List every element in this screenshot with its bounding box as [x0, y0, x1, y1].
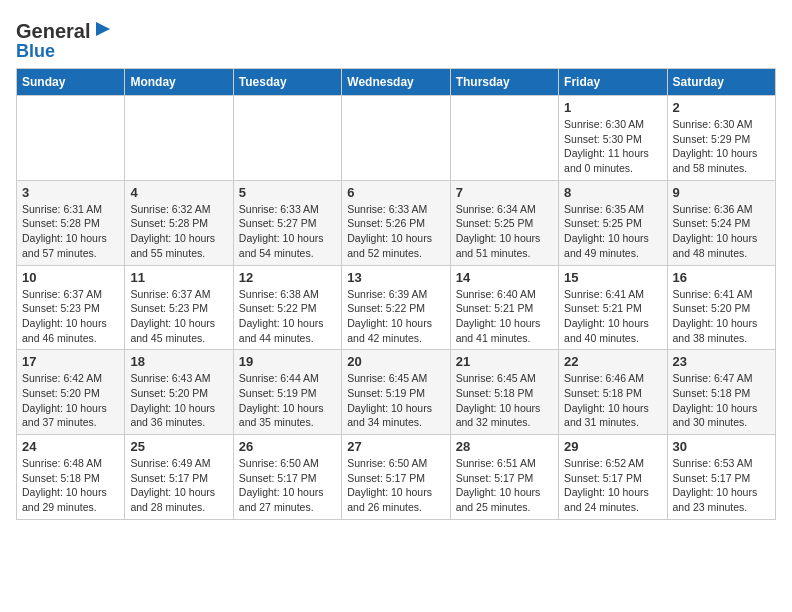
calendar-cell: 25Sunrise: 6:49 AM Sunset: 5:17 PM Dayli…	[125, 435, 233, 520]
day-number: 13	[347, 270, 444, 285]
weekday-header-sunday: Sunday	[17, 69, 125, 96]
weekday-header-row: SundayMondayTuesdayWednesdayThursdayFrid…	[17, 69, 776, 96]
calendar-cell: 8Sunrise: 6:35 AM Sunset: 5:25 PM Daylig…	[559, 180, 667, 265]
day-number: 27	[347, 439, 444, 454]
weekday-header-wednesday: Wednesday	[342, 69, 450, 96]
calendar-cell: 28Sunrise: 6:51 AM Sunset: 5:17 PM Dayli…	[450, 435, 558, 520]
calendar-cell	[342, 96, 450, 181]
day-info: Sunrise: 6:41 AM Sunset: 5:20 PM Dayligh…	[673, 287, 770, 346]
day-info: Sunrise: 6:35 AM Sunset: 5:25 PM Dayligh…	[564, 202, 661, 261]
calendar-cell: 24Sunrise: 6:48 AM Sunset: 5:18 PM Dayli…	[17, 435, 125, 520]
calendar-cell: 23Sunrise: 6:47 AM Sunset: 5:18 PM Dayli…	[667, 350, 775, 435]
day-info: Sunrise: 6:49 AM Sunset: 5:17 PM Dayligh…	[130, 456, 227, 515]
day-info: Sunrise: 6:33 AM Sunset: 5:26 PM Dayligh…	[347, 202, 444, 261]
calendar-cell: 17Sunrise: 6:42 AM Sunset: 5:20 PM Dayli…	[17, 350, 125, 435]
svg-marker-0	[96, 22, 110, 36]
calendar-week-row: 10Sunrise: 6:37 AM Sunset: 5:23 PM Dayli…	[17, 265, 776, 350]
calendar-cell: 5Sunrise: 6:33 AM Sunset: 5:27 PM Daylig…	[233, 180, 341, 265]
day-number: 7	[456, 185, 553, 200]
day-info: Sunrise: 6:37 AM Sunset: 5:23 PM Dayligh…	[130, 287, 227, 346]
logo-general: General	[16, 20, 90, 42]
calendar-cell: 9Sunrise: 6:36 AM Sunset: 5:24 PM Daylig…	[667, 180, 775, 265]
day-number: 30	[673, 439, 770, 454]
day-number: 19	[239, 354, 336, 369]
logo-blue: Blue	[16, 42, 55, 60]
day-info: Sunrise: 6:48 AM Sunset: 5:18 PM Dayligh…	[22, 456, 119, 515]
calendar-cell	[233, 96, 341, 181]
day-number: 4	[130, 185, 227, 200]
day-number: 2	[673, 100, 770, 115]
calendar-cell: 18Sunrise: 6:43 AM Sunset: 5:20 PM Dayli…	[125, 350, 233, 435]
day-number: 15	[564, 270, 661, 285]
day-info: Sunrise: 6:39 AM Sunset: 5:22 PM Dayligh…	[347, 287, 444, 346]
weekday-header-friday: Friday	[559, 69, 667, 96]
logo: General Blue	[16, 20, 114, 60]
calendar-cell: 4Sunrise: 6:32 AM Sunset: 5:28 PM Daylig…	[125, 180, 233, 265]
day-number: 12	[239, 270, 336, 285]
day-info: Sunrise: 6:33 AM Sunset: 5:27 PM Dayligh…	[239, 202, 336, 261]
day-number: 10	[22, 270, 119, 285]
calendar-cell: 20Sunrise: 6:45 AM Sunset: 5:19 PM Dayli…	[342, 350, 450, 435]
day-number: 28	[456, 439, 553, 454]
calendar-cell	[17, 96, 125, 181]
day-info: Sunrise: 6:30 AM Sunset: 5:30 PM Dayligh…	[564, 117, 661, 176]
day-number: 1	[564, 100, 661, 115]
calendar-cell: 15Sunrise: 6:41 AM Sunset: 5:21 PM Dayli…	[559, 265, 667, 350]
day-info: Sunrise: 6:46 AM Sunset: 5:18 PM Dayligh…	[564, 371, 661, 430]
day-number: 18	[130, 354, 227, 369]
day-number: 17	[22, 354, 119, 369]
day-number: 9	[673, 185, 770, 200]
day-info: Sunrise: 6:44 AM Sunset: 5:19 PM Dayligh…	[239, 371, 336, 430]
calendar-cell: 11Sunrise: 6:37 AM Sunset: 5:23 PM Dayli…	[125, 265, 233, 350]
day-info: Sunrise: 6:34 AM Sunset: 5:25 PM Dayligh…	[456, 202, 553, 261]
calendar-cell: 7Sunrise: 6:34 AM Sunset: 5:25 PM Daylig…	[450, 180, 558, 265]
day-info: Sunrise: 6:45 AM Sunset: 5:18 PM Dayligh…	[456, 371, 553, 430]
weekday-header-tuesday: Tuesday	[233, 69, 341, 96]
calendar-cell: 12Sunrise: 6:38 AM Sunset: 5:22 PM Dayli…	[233, 265, 341, 350]
calendar-cell	[450, 96, 558, 181]
day-number: 25	[130, 439, 227, 454]
calendar-cell: 6Sunrise: 6:33 AM Sunset: 5:26 PM Daylig…	[342, 180, 450, 265]
calendar-cell: 14Sunrise: 6:40 AM Sunset: 5:21 PM Dayli…	[450, 265, 558, 350]
day-info: Sunrise: 6:32 AM Sunset: 5:28 PM Dayligh…	[130, 202, 227, 261]
day-number: 11	[130, 270, 227, 285]
day-info: Sunrise: 6:36 AM Sunset: 5:24 PM Dayligh…	[673, 202, 770, 261]
day-number: 14	[456, 270, 553, 285]
calendar-cell: 21Sunrise: 6:45 AM Sunset: 5:18 PM Dayli…	[450, 350, 558, 435]
calendar-cell: 29Sunrise: 6:52 AM Sunset: 5:17 PM Dayli…	[559, 435, 667, 520]
calendar-cell: 1Sunrise: 6:30 AM Sunset: 5:30 PM Daylig…	[559, 96, 667, 181]
calendar-cell: 13Sunrise: 6:39 AM Sunset: 5:22 PM Dayli…	[342, 265, 450, 350]
calendar-cell: 26Sunrise: 6:50 AM Sunset: 5:17 PM Dayli…	[233, 435, 341, 520]
day-info: Sunrise: 6:30 AM Sunset: 5:29 PM Dayligh…	[673, 117, 770, 176]
day-info: Sunrise: 6:40 AM Sunset: 5:21 PM Dayligh…	[456, 287, 553, 346]
day-info: Sunrise: 6:31 AM Sunset: 5:28 PM Dayligh…	[22, 202, 119, 261]
calendar-table: SundayMondayTuesdayWednesdayThursdayFrid…	[16, 68, 776, 520]
day-info: Sunrise: 6:51 AM Sunset: 5:17 PM Dayligh…	[456, 456, 553, 515]
calendar-week-row: 3Sunrise: 6:31 AM Sunset: 5:28 PM Daylig…	[17, 180, 776, 265]
day-number: 6	[347, 185, 444, 200]
calendar-week-row: 1Sunrise: 6:30 AM Sunset: 5:30 PM Daylig…	[17, 96, 776, 181]
day-info: Sunrise: 6:50 AM Sunset: 5:17 PM Dayligh…	[239, 456, 336, 515]
day-info: Sunrise: 6:42 AM Sunset: 5:20 PM Dayligh…	[22, 371, 119, 430]
day-number: 22	[564, 354, 661, 369]
day-info: Sunrise: 6:37 AM Sunset: 5:23 PM Dayligh…	[22, 287, 119, 346]
day-number: 8	[564, 185, 661, 200]
day-info: Sunrise: 6:43 AM Sunset: 5:20 PM Dayligh…	[130, 371, 227, 430]
day-info: Sunrise: 6:52 AM Sunset: 5:17 PM Dayligh…	[564, 456, 661, 515]
day-number: 3	[22, 185, 119, 200]
logo-arrow-icon	[92, 18, 114, 40]
day-number: 26	[239, 439, 336, 454]
day-number: 16	[673, 270, 770, 285]
weekday-header-monday: Monday	[125, 69, 233, 96]
day-number: 24	[22, 439, 119, 454]
calendar-week-row: 17Sunrise: 6:42 AM Sunset: 5:20 PM Dayli…	[17, 350, 776, 435]
day-number: 23	[673, 354, 770, 369]
weekday-header-thursday: Thursday	[450, 69, 558, 96]
day-info: Sunrise: 6:45 AM Sunset: 5:19 PM Dayligh…	[347, 371, 444, 430]
calendar-cell: 16Sunrise: 6:41 AM Sunset: 5:20 PM Dayli…	[667, 265, 775, 350]
calendar-cell: 3Sunrise: 6:31 AM Sunset: 5:28 PM Daylig…	[17, 180, 125, 265]
day-number: 5	[239, 185, 336, 200]
day-info: Sunrise: 6:47 AM Sunset: 5:18 PM Dayligh…	[673, 371, 770, 430]
calendar-cell	[125, 96, 233, 181]
day-info: Sunrise: 6:38 AM Sunset: 5:22 PM Dayligh…	[239, 287, 336, 346]
